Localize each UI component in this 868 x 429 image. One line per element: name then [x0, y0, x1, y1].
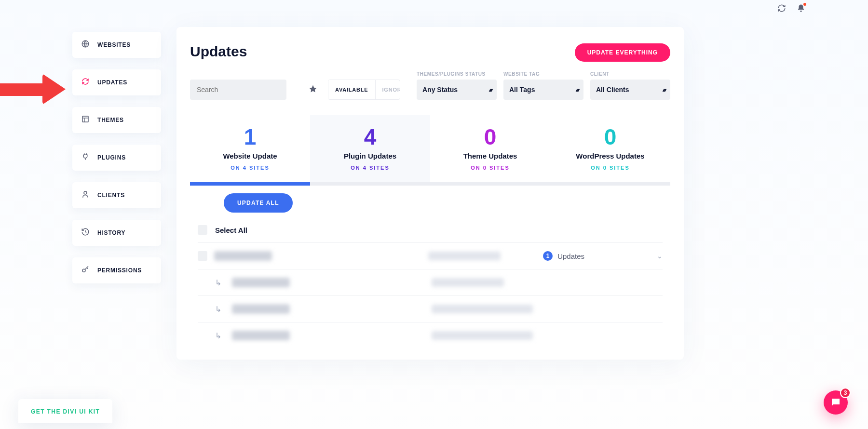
- item-name-redacted: [232, 278, 290, 287]
- chevron-updown-icon: ▴▾: [576, 87, 579, 93]
- client-value: All Clients: [596, 86, 629, 94]
- status-select[interactable]: Any Status ▴▾: [417, 80, 497, 100]
- updates-label: Updates: [557, 252, 584, 260]
- subitem-arrow-icon: ↳: [215, 331, 221, 340]
- subitem-arrow-icon: ↳: [215, 278, 221, 287]
- sync-icon: [81, 77, 90, 88]
- stat-sub: ON 4 SITES: [310, 165, 430, 171]
- stat-sub: ON 0 SITES: [430, 165, 550, 171]
- select-all-label: Select All: [215, 226, 247, 234]
- sidebar-label: CLIENTS: [97, 192, 125, 199]
- sub-item-row[interactable]: ↳: [198, 269, 663, 295]
- stat-sub: ON 4 SITES: [190, 165, 310, 171]
- item-name-redacted: [232, 304, 290, 314]
- tab-website-updates[interactable]: 1 Website Update ON 4 SITES: [190, 115, 310, 186]
- chevron-updown-icon: ▴▾: [663, 87, 665, 93]
- stat-count: 4: [310, 124, 430, 150]
- main-panel: Updates UPDATE EVERYTHING AVAILABLE IGNO…: [176, 27, 684, 360]
- seg-ignored[interactable]: IGNORED: [376, 80, 400, 99]
- select-all-checkbox[interactable]: [198, 225, 207, 235]
- update-all-button[interactable]: UPDATE ALL: [224, 193, 293, 213]
- stat-sub: ON 0 SITES: [550, 165, 670, 171]
- tab-theme-updates[interactable]: 0 Theme Updates ON 0 SITES: [430, 115, 550, 186]
- client-select[interactable]: All Clients ▴▾: [590, 80, 670, 100]
- svg-rect-1: [82, 116, 88, 122]
- tab-plugin-updates[interactable]: 4 Plugin Updates ON 4 SITES: [310, 115, 430, 186]
- history-icon: [81, 228, 90, 238]
- row-checkbox[interactable]: [198, 251, 207, 261]
- sidebar-nav: WEBSITES UPDATES THEMES PLUGINS CLIENTS …: [72, 32, 161, 283]
- notifications-bell[interactable]: [797, 4, 805, 14]
- page-title: Updates: [190, 43, 247, 60]
- promo-banner[interactable]: GET THE DIVI UI KIT: [18, 399, 112, 423]
- stat-count: 0: [550, 124, 670, 150]
- promo-link[interactable]: GET THE DIVI UI KIT: [31, 408, 100, 415]
- chat-launcher[interactable]: 3: [824, 390, 848, 415]
- chevron-updown-icon: ▴▾: [489, 87, 492, 93]
- stat-count: 0: [430, 124, 550, 150]
- availability-segment: AVAILABLE IGNORED: [328, 80, 400, 100]
- status-filter-label: THEMES/PLUGINS STATUS: [417, 71, 497, 77]
- tab-wordpress-updates[interactable]: 0 WordPress Updates ON 0 SITES: [550, 115, 670, 186]
- item-meta-redacted: [432, 331, 533, 340]
- tag-select[interactable]: All Tags ▴▾: [503, 80, 583, 100]
- sidebar-item-themes[interactable]: THEMES: [72, 107, 161, 133]
- notification-dot: [803, 3, 806, 6]
- sidebar-label: PERMISSIONS: [97, 267, 142, 274]
- sidebar-label: HISTORY: [97, 229, 125, 236]
- globe-icon: [81, 40, 90, 50]
- svg-point-3: [82, 269, 85, 272]
- update-everything-button[interactable]: UPDATE EVERYTHING: [575, 43, 670, 62]
- sub-item-row[interactable]: ↳: [198, 322, 663, 349]
- site-name-redacted: [214, 251, 272, 261]
- sub-item-row[interactable]: ↳: [198, 295, 663, 322]
- sidebar-label: UPDATES: [97, 79, 127, 86]
- stat-title: WordPress Updates: [550, 152, 670, 160]
- stat-title: Website Update: [190, 152, 310, 160]
- tag-filter-label: WEBSITE TAG: [503, 71, 583, 77]
- sidebar-label: THEMES: [97, 117, 124, 123]
- pointer-arrow: [0, 75, 68, 102]
- sidebar-label: WEBSITES: [97, 41, 131, 48]
- site-row[interactable]: 1 Updates ⌄: [198, 242, 663, 269]
- search-input[interactable]: [190, 80, 286, 100]
- chat-badge: 3: [840, 388, 851, 398]
- stat-title: Theme Updates: [430, 152, 550, 160]
- item-meta-redacted: [432, 278, 504, 287]
- plug-icon: [81, 152, 90, 163]
- stat-count: 1: [190, 124, 310, 150]
- item-name-redacted: [232, 331, 290, 340]
- layout-icon: [81, 115, 90, 125]
- tag-value: All Tags: [509, 86, 535, 94]
- sidebar-item-clients[interactable]: CLIENTS: [72, 182, 161, 208]
- updates-count-badge: 1: [543, 251, 553, 261]
- sidebar-item-permissions[interactable]: PERMISSIONS: [72, 257, 161, 283]
- sidebar-item-history[interactable]: HISTORY: [72, 220, 161, 246]
- site-url-redacted: [428, 252, 501, 260]
- refresh-icon[interactable]: [777, 4, 786, 14]
- key-icon: [81, 265, 90, 276]
- sidebar-item-plugins[interactable]: PLUGINS: [72, 145, 161, 171]
- star-icon[interactable]: [309, 84, 317, 95]
- svg-point-2: [84, 191, 87, 194]
- client-filter-label: CLIENT: [590, 71, 670, 77]
- sidebar-item-updates[interactable]: UPDATES: [72, 69, 161, 95]
- subitem-arrow-icon: ↳: [215, 305, 221, 314]
- sidebar-label: PLUGINS: [97, 154, 126, 161]
- chevron-down-icon[interactable]: ⌄: [657, 252, 663, 260]
- user-icon: [81, 190, 90, 201]
- stat-title: Plugin Updates: [310, 152, 430, 160]
- status-value: Any Status: [422, 86, 458, 94]
- sidebar-item-websites[interactable]: WEBSITES: [72, 32, 161, 58]
- item-meta-redacted: [432, 305, 533, 313]
- seg-available[interactable]: AVAILABLE: [328, 80, 376, 99]
